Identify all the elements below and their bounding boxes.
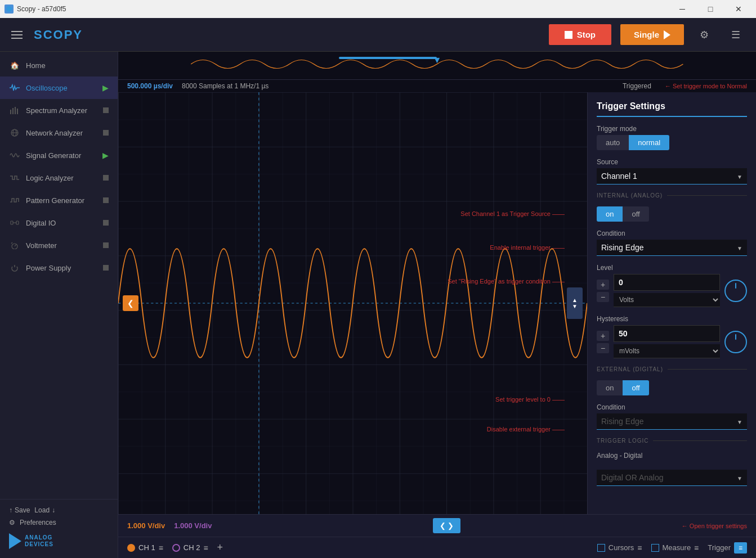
measure-label: Measure bbox=[663, 543, 691, 552]
annotation-trigger-mode: ← Set trigger mode to Normal bbox=[665, 83, 747, 89]
trigger-item[interactable]: Trigger ≡ bbox=[708, 542, 747, 554]
trigger-logic-label: TRIGGER LOGIC bbox=[597, 438, 747, 444]
network-indicator bbox=[103, 130, 109, 136]
stop-button[interactable]: Stop bbox=[549, 24, 611, 45]
ext-condition-label: Condition bbox=[597, 403, 747, 411]
ch2-item[interactable]: CH 2 ≡ bbox=[172, 543, 208, 552]
external-on-btn[interactable]: on bbox=[597, 380, 623, 395]
condition-select[interactable]: Rising Edge Falling Edge Any Edge bbox=[597, 240, 747, 256]
sidebar-item-oscilloscope[interactable]: Oscilloscope ▶ bbox=[0, 76, 118, 99]
svg-rect-3 bbox=[15, 107, 16, 114]
hysteresis-input[interactable] bbox=[614, 325, 720, 342]
external-off-btn[interactable]: off bbox=[623, 380, 648, 395]
measure-eq-button[interactable]: ≡ bbox=[694, 543, 699, 552]
internal-off-btn[interactable]: off bbox=[623, 206, 648, 222]
power-icon bbox=[9, 262, 20, 273]
ch1-dot bbox=[127, 544, 135, 552]
level-input-box: Volts mVolts bbox=[614, 274, 720, 307]
oscilloscope-panel: ▼ 500.000 µs/div 8000 Samples at 1 MHz/1… bbox=[118, 52, 756, 558]
sidebar-item-spectrum[interactable]: Spectrum Analyzer bbox=[0, 99, 118, 122]
network-icon bbox=[9, 127, 20, 138]
hamburger-menu[interactable] bbox=[9, 29, 25, 41]
toolbar: SCOPY Stop Single ⚙ ☰ bbox=[0, 18, 756, 52]
load-button[interactable]: Load ↓ bbox=[34, 506, 55, 514]
sidebar-item-logic[interactable]: Logic Analyzer bbox=[0, 166, 118, 189]
ch1-item[interactable]: CH 1 ≡ bbox=[127, 543, 163, 552]
minimap-arrow: ▼ bbox=[433, 56, 442, 65]
voltmeter-indicator bbox=[103, 242, 109, 248]
digital-indicator bbox=[103, 220, 109, 226]
channel-bar: CH 1 ≡ CH 2 ≡ + Cursors ≡ Measure bbox=[118, 537, 756, 558]
save-button[interactable]: ↑ Save bbox=[9, 506, 30, 514]
source-select[interactable]: Channel 1 bbox=[597, 168, 747, 184]
minimap-selection bbox=[339, 57, 437, 59]
add-channel-button[interactable]: + bbox=[217, 542, 223, 554]
osc-indicator: ▶ bbox=[102, 83, 109, 92]
menu-icon-button[interactable]: ☰ bbox=[724, 24, 747, 46]
ch2-eq-button[interactable]: ≡ bbox=[203, 543, 208, 552]
titlebar: Scopy - a57d0f5 ─ □ ✕ bbox=[0, 0, 756, 18]
ann-level: Set trigger level to 0 —— bbox=[495, 396, 565, 403]
level-input[interactable] bbox=[614, 274, 720, 291]
ext-condition-wrapper: Rising Edge Falling Edge bbox=[597, 413, 747, 430]
trigger-mode-auto-btn[interactable]: auto bbox=[597, 135, 629, 150]
trigger-logic-select[interactable]: Digital OR Analog Digital AND Analog bbox=[597, 470, 747, 486]
sidebar-item-signal[interactable]: Signal Generator ▶ bbox=[0, 144, 118, 166]
time-nav-button[interactable]: ❮ ❯ bbox=[433, 518, 461, 533]
trigger-active-button[interactable]: ≡ bbox=[734, 542, 747, 554]
preferences-item[interactable]: ⚙ Preferences bbox=[9, 519, 109, 526]
hysteresis-knob[interactable] bbox=[724, 331, 747, 353]
ext-condition-select[interactable]: Rising Edge Falling Edge bbox=[597, 413, 747, 430]
external-section-label: EXTERNAL (DIGITAL) bbox=[597, 366, 747, 372]
signal-indicator: ▶ bbox=[102, 151, 109, 160]
trigger-label: Trigger bbox=[708, 543, 731, 552]
single-button[interactable]: Single bbox=[620, 24, 684, 45]
trigger-mode-normal-btn[interactable]: normal bbox=[629, 135, 669, 150]
level-plus-btn[interactable]: + bbox=[597, 280, 609, 290]
nav-right-button[interactable]: ▲ ▼ bbox=[567, 287, 583, 319]
content-area: 🏠 Home Oscilloscope ▶ Spectrum Anal bbox=[0, 52, 756, 558]
level-knob[interactable] bbox=[724, 280, 747, 302]
chart-and-panel: ❮ ▲ ▼ Set Channel 1 as Trigger Source ——… bbox=[118, 92, 756, 514]
time-div-label: 500.000 µs/div bbox=[127, 82, 173, 90]
measure-item[interactable]: Measure ≡ bbox=[651, 543, 699, 552]
hysteresis-group: Hysteresis + − mVolts Volts bbox=[597, 315, 747, 358]
cursors-eq-button[interactable]: ≡ bbox=[637, 543, 642, 552]
ch2-dot bbox=[172, 544, 180, 552]
trigger-mode-group: Trigger mode auto normal bbox=[597, 125, 747, 150]
window-title: Scopy - a57d0f5 bbox=[17, 5, 66, 13]
sidebar-item-network[interactable]: Network Analyzer bbox=[0, 122, 118, 144]
osc-chart-area: ❮ ▲ ▼ Set Channel 1 as Trigger Source ——… bbox=[118, 92, 587, 514]
play-icon bbox=[664, 30, 670, 39]
cursors-item[interactable]: Cursors ≡ bbox=[597, 543, 642, 552]
measure-checkbox[interactable] bbox=[651, 544, 659, 552]
close-button[interactable]: ✕ bbox=[726, 0, 751, 18]
cursors-checkbox[interactable] bbox=[597, 544, 605, 552]
internal-on-btn[interactable]: on bbox=[597, 206, 623, 222]
sidebar-item-voltmeter[interactable]: Voltmeter bbox=[0, 234, 118, 256]
level-minus-btn[interactable]: − bbox=[597, 292, 609, 302]
sidebar-item-digital[interactable]: Digital IO bbox=[0, 212, 118, 234]
nav-left-button[interactable]: ❮ bbox=[123, 295, 138, 311]
sidebar: 🏠 Home Oscilloscope ▶ Spectrum Anal bbox=[0, 52, 118, 558]
pattern-indicator bbox=[103, 197, 109, 203]
sidebar-item-home[interactable]: 🏠 Home bbox=[0, 54, 118, 76]
sidebar-item-pattern[interactable]: Pattern Generator bbox=[0, 189, 118, 212]
external-toggle-group: on off bbox=[597, 380, 747, 395]
svg-point-0 bbox=[6, 6, 12, 12]
hysteresis-minus-btn[interactable]: − bbox=[597, 343, 609, 353]
home-icon: 🏠 bbox=[9, 60, 20, 71]
hysteresis-unit-select[interactable]: mVolts Volts bbox=[614, 344, 720, 358]
minimize-button[interactable]: ─ bbox=[669, 0, 695, 18]
hysteresis-plus-btn[interactable]: + bbox=[597, 331, 609, 341]
ch1-label: CH 1 bbox=[138, 543, 155, 552]
level-unit-select[interactable]: Volts mVolts bbox=[614, 293, 720, 307]
sidebar-item-power[interactable]: Power Supply bbox=[0, 256, 118, 279]
svg-rect-8 bbox=[11, 221, 13, 224]
power-indicator bbox=[103, 265, 109, 271]
maximize-button[interactable]: □ bbox=[697, 0, 723, 18]
ch1-eq-button[interactable]: ≡ bbox=[159, 543, 163, 552]
settings-icon-button[interactable]: ⚙ bbox=[693, 24, 715, 46]
internal-section-label: INTERNAL (ANALOG) bbox=[597, 192, 747, 199]
samples-label: 8000 Samples at 1 MHz/1 µs bbox=[182, 82, 269, 90]
